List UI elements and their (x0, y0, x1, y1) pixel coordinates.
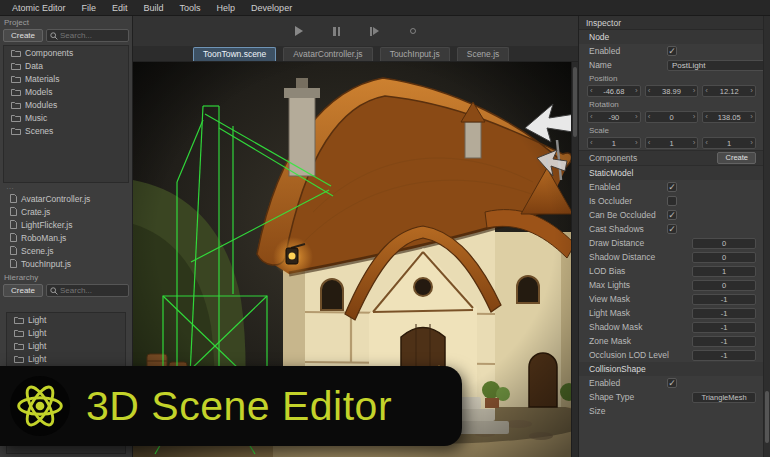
spinner-right-icon[interactable]: › (693, 112, 696, 122)
spinner-right-icon[interactable]: › (750, 86, 753, 96)
viewport-scrollbar[interactable] (571, 62, 578, 457)
folder-icon (11, 75, 21, 83)
folder-row[interactable]: Music (4, 111, 128, 124)
hierarchy-create-button[interactable]: Create (3, 284, 43, 297)
hierarchy-section-label: Hierarchy (0, 271, 132, 283)
shadow-mask-field[interactable]: -1 (692, 322, 756, 333)
position-y-field[interactable]: ‹38.99› (645, 85, 699, 97)
cast-shadows-row: Cast Shadows ✓ (579, 222, 770, 236)
spinner-right-icon[interactable]: › (693, 86, 696, 96)
scale-y-field[interactable]: ‹1› (645, 137, 699, 149)
scrollbar-thumb[interactable] (573, 67, 577, 137)
menu-edit[interactable]: Edit (104, 2, 136, 14)
spinner-right-icon[interactable]: › (750, 138, 753, 148)
hierarchy-node-row[interactable]: Light (7, 352, 125, 365)
folder-row[interactable]: Materials (4, 72, 128, 85)
rotation-x-field[interactable]: ‹-90› (587, 111, 641, 123)
project-search[interactable] (46, 29, 129, 42)
menu-atomic-editor[interactable]: Atomic Editor (4, 2, 74, 14)
menu-build[interactable]: Build (136, 2, 172, 14)
can-be-occluded-checkbox[interactable]: ✓ (667, 210, 677, 220)
file-row[interactable]: LightFlicker.js (3, 218, 129, 231)
staticmodel-section-label: StaticModel (579, 166, 770, 180)
folder-row[interactable]: Models (4, 85, 128, 98)
hierarchy-node-row[interactable]: Light (7, 313, 125, 326)
size-row: Size (579, 404, 770, 418)
project-search-input[interactable] (60, 31, 125, 40)
shadow-distance-field[interactable]: 0 (692, 252, 756, 263)
spinner-right-icon[interactable]: › (693, 138, 696, 148)
hierarchy-search-input[interactable] (60, 286, 125, 295)
zone-mask-field[interactable]: -1 (692, 336, 756, 347)
position-x-field[interactable]: ‹-46.68› (587, 85, 641, 97)
tab-touchinput-js[interactable]: TouchInput.js (380, 47, 450, 61)
draw-distance-field[interactable]: 0 (692, 238, 756, 249)
pause-icon[interactable] (330, 24, 344, 38)
scale-fields: ‹1› ‹1› ‹1› (579, 136, 770, 150)
occlusion-lod-row: Occlusion LOD Level-1 (579, 348, 770, 362)
folder-row[interactable]: Modules (4, 98, 128, 111)
file-row[interactable]: Crate.js (3, 205, 129, 218)
spinner-right-icon[interactable]: › (750, 112, 753, 122)
cast-shadows-checkbox[interactable]: ✓ (667, 224, 677, 234)
rotation-y-field[interactable]: ‹0› (645, 111, 699, 123)
tab-avatarcontroller-js[interactable]: AvatarController.js (283, 47, 372, 61)
staticmodel-enabled-checkbox[interactable]: ✓ (667, 182, 677, 192)
draw-distance-row: Draw Distance0 (579, 236, 770, 250)
file-row[interactable]: AvatarController.js (3, 192, 129, 205)
tab-bar: ToonTown.scene AvatarController.js Touch… (133, 46, 578, 62)
search-icon (50, 32, 58, 40)
script-file-icon (10, 207, 17, 216)
title-overlay: 3D Scene Editor (0, 366, 462, 446)
scale-x-field[interactable]: ‹1› (587, 137, 641, 149)
script-file-icon (10, 194, 17, 203)
atom-icon (9, 375, 71, 437)
tab-toontown-scene[interactable]: ToonTown.scene (193, 47, 276, 61)
occlusion-lod-field[interactable]: -1 (692, 350, 756, 361)
node-section-label: Node (579, 30, 770, 44)
collisionshape-enabled-checkbox[interactable]: ✓ (667, 378, 677, 388)
script-file-icon (10, 259, 17, 268)
light-mask-field[interactable]: -1 (692, 308, 756, 319)
menu-developer[interactable]: Developer (243, 2, 300, 14)
menu-tools[interactable]: Tools (172, 2, 209, 14)
file-row[interactable]: TouchInput.js (3, 257, 129, 270)
position-z-field[interactable]: ‹12.12› (702, 85, 756, 97)
view-mask-field[interactable]: -1 (692, 294, 756, 305)
spinner-right-icon[interactable]: › (635, 112, 638, 122)
project-create-button[interactable]: Create (3, 29, 43, 42)
is-occluder-checkbox[interactable]: ✓ (667, 196, 677, 206)
node-name-field[interactable] (667, 60, 770, 71)
components-create-button[interactable]: Create (717, 152, 756, 164)
shape-type-dropdown[interactable]: TriangleMesh (692, 392, 756, 403)
folder-row[interactable]: Components (4, 46, 128, 59)
lod-bias-field[interactable]: 1 (692, 266, 756, 277)
hierarchy-search[interactable] (46, 284, 129, 297)
spinner-right-icon[interactable]: › (635, 138, 638, 148)
hierarchy-toolbar: Create (0, 283, 132, 299)
tab-scene-js[interactable]: Scene.js (457, 47, 510, 61)
panel-resize-handle[interactable]: … (0, 184, 132, 191)
max-lights-field[interactable]: 0 (692, 280, 756, 291)
play-icon[interactable] (292, 24, 306, 38)
folder-row[interactable]: Scenes (4, 124, 128, 137)
step-icon[interactable] (368, 24, 382, 38)
rotation-z-field[interactable]: ‹138.05› (702, 111, 756, 123)
node-enabled-checkbox[interactable]: ✓ (667, 46, 677, 56)
folder-row[interactable]: Data (4, 59, 128, 72)
file-row[interactable]: Scene.js (3, 244, 129, 257)
menu-help[interactable]: Help (209, 2, 244, 14)
lod-bias-row: LOD Bias1 (579, 264, 770, 278)
options-icon[interactable] (406, 24, 420, 38)
spinner-right-icon[interactable]: › (635, 86, 638, 96)
hierarchy-node-row[interactable]: Light (7, 326, 125, 339)
project-toolbar: Create (0, 28, 132, 44)
hierarchy-node-row[interactable]: Light (7, 339, 125, 352)
file-row[interactable]: RoboMan.js (3, 231, 129, 244)
scale-z-field[interactable]: ‹1› (702, 137, 756, 149)
script-file-icon (10, 246, 17, 255)
scrollbar-thumb[interactable] (765, 391, 769, 443)
inspector-scrollbar[interactable] (763, 16, 770, 457)
shape-type-row: Shape Type TriangleMesh (579, 390, 770, 404)
menu-file[interactable]: File (74, 2, 105, 14)
